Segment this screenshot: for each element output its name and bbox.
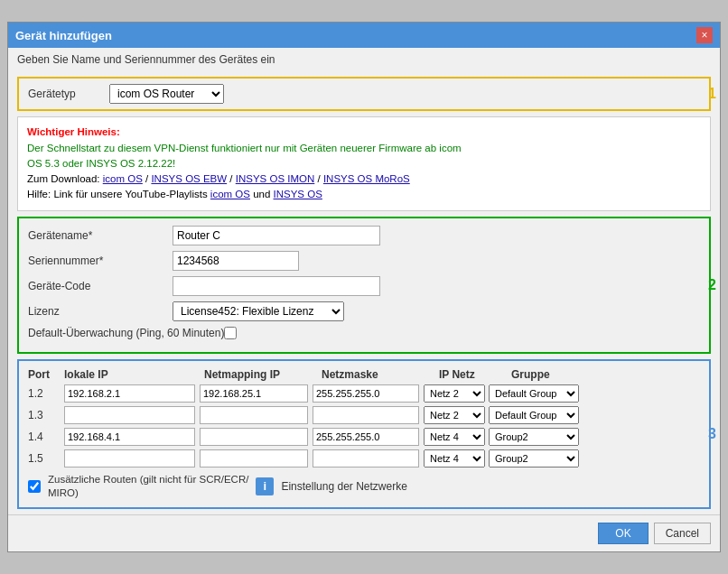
hint-link-moros[interactable]: INSYS OS MoRoS	[323, 173, 410, 184]
network-header-row: Port lokale IP Netmapping IP Netzmaske I…	[28, 368, 700, 381]
hint-link-icomos[interactable]: icom OS	[103, 173, 143, 184]
gruppe-15[interactable]: Default Group Group2 Group3	[489, 449, 579, 468]
zusatz-label: Zusätzliche Routen (gilt nicht für SCR/E…	[48, 473, 248, 500]
hint-link-insysos[interactable]: INSYS OS	[274, 189, 322, 199]
ipnetz-14[interactable]: Netz 1 Netz 2 Netz 3 Netz 4	[424, 428, 485, 446]
geraete-code-label: Geräte-Code	[28, 280, 173, 292]
port-15: 1.5	[28, 452, 64, 465]
dialog-subtitle: Geben Sie Name und Seriennummer des Gerä…	[8, 48, 720, 71]
network-row-12: 1.2 Netz 1 Netz 2 Netz 3 Netz 4 Default …	[28, 384, 700, 403]
gruppe-14[interactable]: Default Group Group2 Group3	[489, 428, 579, 446]
lokalip-13[interactable]	[64, 406, 195, 424]
lokalip-15[interactable]	[64, 449, 195, 468]
hint-link-ebw[interactable]: INSYS OS EBW	[151, 173, 227, 184]
header-port: Port	[28, 368, 64, 381]
hint-line2: OS 5.3 oder INSYS OS 2.12.22!	[27, 156, 701, 171]
lokalip-12[interactable]	[64, 384, 195, 403]
default-uberwachung-label: Default-Überwachung (Ping, 60 Minuten)	[28, 327, 224, 339]
netmapping-12[interactable]	[200, 384, 308, 403]
header-ipnetz: IP Netz	[439, 368, 511, 381]
port-14: 1.4	[28, 430, 64, 443]
netzwerk-link[interactable]: Einstellung der Netzwerke	[281, 480, 406, 493]
geraetetyp-label: Gerätetyp	[28, 88, 100, 100]
ok-button[interactable]: OK	[598, 523, 648, 544]
main-dialog: Gerät hinzufügen × Geben Sie Name und Se…	[7, 22, 721, 551]
hint-line3: Zum Download: icom OS / INSYS OS EBW / I…	[27, 171, 701, 187]
geraetetyp-select[interactable]: icom OS Router icom OS Switch icom OS Ga…	[109, 84, 224, 104]
hint-link-icomos2[interactable]: icom OS	[210, 189, 250, 199]
seriennummer-label: Seriennummer*	[28, 255, 173, 267]
default-uberwachung-row: Default-Überwachung (Ping, 60 Minuten)	[28, 327, 700, 339]
dialog-footer: OK Cancel	[8, 514, 720, 551]
network-row-15: 1.5 Netz 1 Netz 2 Netz 3 Netz 4 Default …	[28, 449, 700, 468]
lizenz-label: Lizenz	[28, 305, 173, 318]
section3-wrapper: Port lokale IP Netmapping IP Netzmaske I…	[8, 359, 720, 509]
network-row-13: 1.3 Netz 1 Netz 2 Netz 3 Netz 4 Default …	[28, 406, 700, 424]
header-gruppe: Gruppe	[511, 368, 611, 381]
network-row-14: 1.4 Netz 1 Netz 2 Netz 3 Netz 4 Default …	[28, 428, 700, 446]
geraete-code-row: Geräte-Code	[28, 276, 700, 296]
section1-badge: 1	[708, 86, 716, 102]
hint-box: Wichtiger Hinweis: Der Schnellstart zu d…	[17, 116, 711, 210]
close-button[interactable]: ×	[696, 27, 713, 43]
header-netzmaske: Netzmaske	[322, 368, 439, 381]
gruppe-12[interactable]: Default Group Group2 Group3	[489, 384, 579, 403]
section2-wrapper: Gerätename* Seriennummer* Geräte-Code Li…	[8, 217, 720, 354]
lizenz-row: Lizenz License452: Flexible Lizenz Licen…	[28, 301, 700, 321]
hint-line1: Der Schnellstart zu diesem VPN-Dienst fu…	[27, 141, 701, 156]
dialog-title: Gerät hinzufügen	[15, 29, 112, 42]
netmapping-15[interactable]	[200, 449, 308, 468]
netzmaske-14[interactable]	[313, 428, 419, 446]
section-geraetetyp: Gerätetyp icom OS Router icom OS Switch …	[17, 77, 711, 111]
header-lokalip: lokale IP	[64, 368, 204, 381]
hint-line4: Hilfe: Link für unsere YouTube-Playlists…	[27, 187, 701, 202]
section2-badge: 2	[708, 277, 716, 293]
hint-title-line: Wichtiger Hinweis:	[27, 125, 701, 140]
lokalip-14[interactable]	[64, 428, 195, 446]
netzmaske-13[interactable]	[313, 406, 419, 424]
section-geraet: Gerätename* Seriennummer* Geräte-Code Li…	[17, 217, 711, 354]
port-13: 1.3	[28, 409, 64, 421]
geraetename-input[interactable]	[173, 226, 380, 245]
seriennummer-input[interactable]	[173, 251, 299, 271]
info-icon[interactable]: i	[256, 477, 274, 495]
bottom-row: Zusätzliche Routen (gilt nicht für SCR/E…	[28, 473, 700, 500]
ipnetz-15[interactable]: Netz 1 Netz 2 Netz 3 Netz 4	[424, 449, 485, 468]
hint-link-imon[interactable]: INSYS OS IMON	[236, 173, 315, 184]
geraetename-label: Gerätename*	[28, 229, 173, 242]
seriennummer-row: Seriennummer*	[28, 251, 700, 271]
section1-wrapper: Gerätetyp icom OS Router icom OS Switch …	[8, 77, 720, 111]
netmapping-13[interactable]	[200, 406, 308, 424]
lizenz-select[interactable]: License452: Flexible Lizenz License001: …	[173, 301, 344, 321]
header-netmapping: Netmapping IP	[204, 368, 322, 381]
gruppe-13[interactable]: Default Group Group2 Group3	[489, 406, 579, 424]
zusatz-checkbox[interactable]	[28, 480, 41, 493]
port-12: 1.2	[28, 387, 64, 400]
netzmaske-12[interactable]	[313, 384, 419, 403]
dialog-titlebar: Gerät hinzufügen ×	[8, 23, 720, 48]
hint-title: Wichtiger Hinweis:	[27, 126, 120, 137]
ipnetz-13[interactable]: Netz 1 Netz 2 Netz 3 Netz 4	[424, 406, 485, 424]
default-uberwachung-checkbox[interactable]	[224, 327, 237, 339]
netmapping-14[interactable]	[200, 428, 308, 446]
geraetename-row: Gerätename*	[28, 226, 700, 245]
ipnetz-12[interactable]: Netz 1 Netz 2 Netz 3 Netz 4	[424, 384, 485, 403]
cancel-button[interactable]: Cancel	[654, 523, 711, 544]
geraete-code-input[interactable]	[173, 276, 380, 296]
section-network: Port lokale IP Netmapping IP Netzmaske I…	[17, 359, 711, 509]
section3-badge: 3	[708, 426, 716, 442]
netzmaske-15[interactable]	[313, 449, 419, 468]
